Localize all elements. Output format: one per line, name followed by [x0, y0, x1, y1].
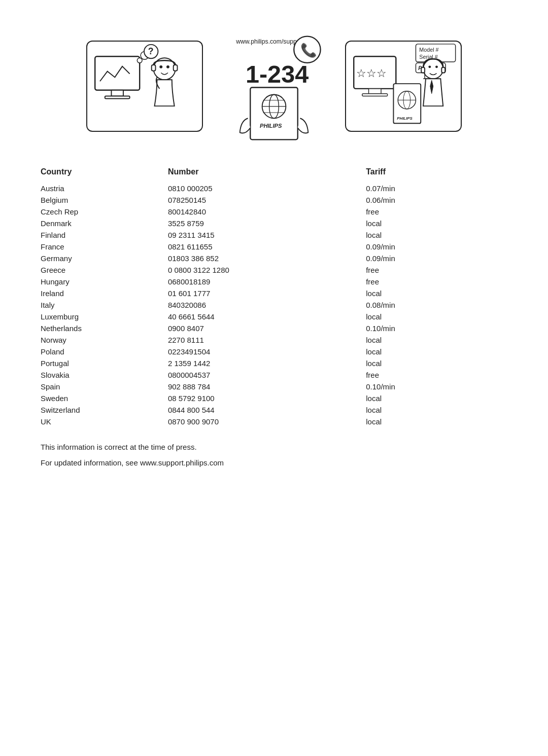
cell-country: Greece — [41, 264, 168, 276]
cell-tariff: free — [366, 369, 507, 381]
cell-tariff: local — [366, 416, 507, 427]
middle-illustration-panel: www.philips.com/support 📞 1-234 PHILIPS — [203, 30, 345, 142]
cell-country: Portugal — [41, 357, 168, 369]
contact-table-section: Country Number Tariff Austria0810 000205… — [41, 167, 507, 427]
cell-number: 0810 000205 — [168, 183, 366, 194]
contact-table: Country Number Tariff Austria0810 000205… — [41, 167, 507, 427]
cell-tariff: 0.08/min — [366, 299, 507, 311]
header-illustration: ? www.philips.com/support 📞 1-234 — [41, 30, 507, 142]
table-row: Portugal2 1359 1442local — [41, 357, 507, 369]
cell-tariff: local — [366, 404, 507, 416]
svg-rect-2 — [105, 96, 130, 99]
cell-tariff: free — [366, 276, 507, 287]
svg-text:Model #: Model # — [419, 47, 438, 53]
cell-country: Poland — [41, 346, 168, 357]
cell-number: 0900 8407 — [168, 322, 366, 334]
svg-text:☆☆☆: ☆☆☆ — [356, 67, 387, 80]
cell-tariff: local — [366, 229, 507, 241]
svg-rect-41 — [441, 67, 445, 73]
cell-tariff: 0.06/min — [366, 194, 507, 206]
table-row: Ireland01 601 1777local — [41, 287, 507, 299]
svg-text:www.philips.com/support: www.philips.com/support — [235, 38, 304, 45]
column-header-number: Number — [168, 167, 366, 183]
cell-number: 3525 8759 — [168, 218, 366, 229]
table-row: Spain902 888 7840.10/min — [41, 381, 507, 392]
cell-tariff: free — [366, 264, 507, 276]
right-illustration-panel: Model # Serial # PHILIPS ☆☆☆ PHILIPS — [345, 41, 462, 132]
table-row: Norway2270 8111local — [41, 334, 507, 346]
cell-number: 0821 611655 — [168, 241, 366, 253]
table-row: Sweden08 5792 9100local — [41, 392, 507, 404]
svg-rect-30 — [362, 94, 388, 96]
table-row: Luxemburg40 6661 5644local — [41, 311, 507, 322]
left-illustration-svg: ? — [87, 42, 202, 131]
table-row: Hungary0680018189free — [41, 276, 507, 287]
cell-tariff: 0.09/min — [366, 253, 507, 264]
cell-number: 09 2311 3415 — [168, 229, 366, 241]
svg-text:PHILIPS: PHILIPS — [260, 123, 282, 129]
svg-point-38 — [428, 65, 431, 68]
cell-number: 2270 8111 — [168, 334, 366, 346]
footer-notes: This information is correct at the time … — [41, 443, 507, 467]
svg-text:PHILIPS: PHILIPS — [397, 116, 413, 121]
cell-number: 0223491504 — [168, 346, 366, 357]
cell-number: 0800004537 — [168, 369, 366, 381]
svg-rect-1 — [111, 90, 123, 96]
svg-rect-29 — [369, 89, 381, 94]
cell-number: 0 0800 3122 1280 — [168, 264, 366, 276]
middle-illustration-svg: www.philips.com/support 📞 1-234 PHILIPS — [203, 33, 345, 142]
cell-country: Italy — [41, 299, 168, 311]
table-row: Slovakia0800004537free — [41, 369, 507, 381]
cell-country: Czech Rep — [41, 206, 168, 218]
svg-point-4 — [159, 65, 162, 68]
svg-rect-11 — [174, 65, 178, 71]
cell-country: Ireland — [41, 287, 168, 299]
table-row: Netherlands0900 84070.10/min — [41, 322, 507, 334]
cell-country: Luxemburg — [41, 311, 168, 322]
svg-point-6 — [137, 58, 142, 63]
table-row: UK0870 900 9070local — [41, 416, 507, 427]
cell-country: Denmark — [41, 218, 168, 229]
cell-number: 01 601 1777 — [168, 287, 366, 299]
column-header-country: Country — [41, 167, 168, 183]
table-row: Switzerland0844 800 544local — [41, 404, 507, 416]
table-row: France0821 6116550.09/min — [41, 241, 507, 253]
cell-number: 2 1359 1442 — [168, 357, 366, 369]
cell-country: Spain — [41, 381, 168, 392]
table-row: Poland0223491504local — [41, 346, 507, 357]
cell-tariff: local — [366, 287, 507, 299]
cell-number: 0680018189 — [168, 276, 366, 287]
table-row: Austria0810 0002050.07/min — [41, 183, 507, 194]
cell-tariff: 0.07/min — [366, 183, 507, 194]
cell-country: Slovakia — [41, 369, 168, 381]
cell-number: 902 888 784 — [168, 381, 366, 392]
cell-number: 08 5792 9100 — [168, 392, 366, 404]
cell-tariff: local — [366, 357, 507, 369]
cell-country: Germany — [41, 253, 168, 264]
cell-number: 40 6661 5644 — [168, 311, 366, 322]
cell-country: Switzerland — [41, 404, 168, 416]
cell-country: Belgium — [41, 194, 168, 206]
cell-country: Norway — [41, 334, 168, 346]
cell-number: 078250145 — [168, 194, 366, 206]
cell-tariff: local — [366, 392, 507, 404]
table-row: Belgium0782501450.06/min — [41, 194, 507, 206]
cell-number: 800142840 — [168, 206, 366, 218]
cell-tariff: free — [366, 206, 507, 218]
cell-country: Finland — [41, 229, 168, 241]
table-header-row: Country Number Tariff — [41, 167, 507, 183]
column-header-tariff: Tariff — [366, 167, 507, 183]
svg-rect-40 — [421, 67, 425, 73]
svg-text:1-234: 1-234 — [246, 60, 309, 88]
cell-country: Hungary — [41, 276, 168, 287]
svg-rect-10 — [152, 65, 156, 71]
cell-number: 840320086 — [168, 299, 366, 311]
cell-tariff: local — [366, 311, 507, 322]
svg-point-39 — [435, 65, 438, 68]
cell-tariff: local — [366, 334, 507, 346]
page: ? www.philips.com/support 📞 1-234 — [0, 0, 548, 756]
cell-tariff: 0.10/min — [366, 381, 507, 392]
table-row: Czech Rep800142840free — [41, 206, 507, 218]
cell-country: Austria — [41, 183, 168, 194]
cell-tariff: 0.10/min — [366, 322, 507, 334]
